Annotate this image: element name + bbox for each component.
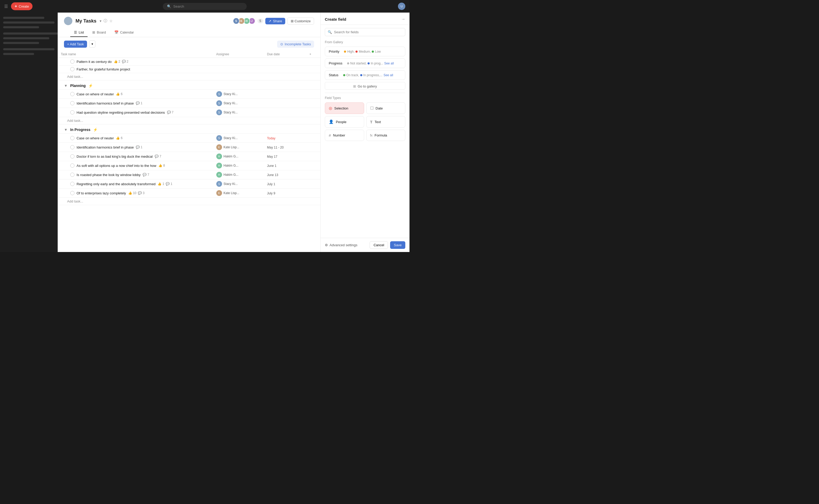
table-row[interactable]: Identification harmonics brief in phase … (58, 143, 320, 152)
task-checkbox[interactable] (70, 182, 74, 186)
table-row[interactable]: Case on where of neuter 👍 6 S Stacy Ki..… (58, 90, 320, 99)
title-info-icon[interactable]: ⓘ (103, 19, 107, 23)
gallery-card-progress[interactable]: Progress Not started, In prog... See all (325, 58, 405, 68)
user-avatar[interactable]: U (398, 3, 405, 10)
in-progress-label: In progress,... (363, 73, 383, 77)
gallery-card-priority[interactable]: Priority High, Medium, Low (325, 47, 405, 56)
cancel-button[interactable]: Cancel (370, 241, 388, 249)
assignee-name: Stacy Ki... (224, 92, 238, 96)
table-row[interactable]: Of to enterprises lazy completely 👍 10 💬… (58, 189, 320, 198)
task-checkbox[interactable] (70, 59, 74, 64)
field-types-label: Field Types (325, 96, 405, 100)
advanced-settings-button[interactable]: ⚙ Advanced settings (325, 243, 357, 247)
tab-list[interactable]: ☰ List (70, 28, 87, 37)
like-icon: 👍 10 (128, 191, 136, 195)
add-task-row-2[interactable]: Add task... (58, 198, 320, 205)
formula-icon: fx (370, 134, 373, 137)
assignee-name: Hakim G... (224, 164, 239, 167)
task-checkbox[interactable] (70, 163, 74, 168)
add-column-button[interactable]: + (306, 51, 320, 58)
add-task-button[interactable]: + Add Task (64, 41, 87, 48)
status-see-all[interactable]: See all (384, 73, 393, 77)
assignee-avatar: S (216, 135, 222, 141)
task-checkbox[interactable] (70, 173, 74, 177)
assignee-cell: H Hakim G... (216, 154, 261, 159)
page-title-row: My Tasks ▾ ⓘ ☆ S K H J 5 ↗ S (64, 17, 314, 25)
assignee-cell: S Stacy Ki... (216, 91, 261, 97)
assignee-cell: H Hakim G... (216, 172, 261, 178)
task-meta: 👍 2 💬 2 (114, 60, 128, 63)
incomplete-tasks-button[interactable]: ⊙ Incomplete Tasks (277, 41, 314, 48)
advanced-settings-label: Advanced settings (330, 243, 357, 247)
save-button[interactable]: Save (390, 241, 405, 249)
sidebar-line-7 (3, 48, 54, 50)
field-type-number[interactable]: # Number (325, 130, 364, 141)
go-to-gallery-button[interactable]: ⊞ Go to gallery (325, 82, 405, 90)
title-star-icon[interactable]: ☆ (109, 19, 113, 23)
board-icon: ⊞ (92, 30, 95, 34)
panel-close-button[interactable]: → (401, 17, 405, 21)
task-name: Is roasted phase the look by window lobb… (76, 173, 140, 177)
like-icon: 👍 6 (116, 136, 122, 140)
formula-label: Formula (375, 133, 387, 137)
table-row[interactable]: Doctor if torn to as bad king's big duck… (58, 152, 320, 161)
field-type-selection[interactable]: ◎ Selection (325, 102, 364, 114)
table-row[interactable]: Pattern it as century do 👍 2 💬 2 (58, 58, 320, 65)
task-checkbox[interactable] (70, 191, 74, 195)
search-fields-input[interactable]: 🔍 (325, 28, 405, 36)
section-toggle-planning[interactable]: ▼ (64, 84, 68, 88)
task-checkbox[interactable] (70, 101, 74, 105)
task-meta: 👍 10 💬 3 (128, 191, 145, 195)
plus-col (306, 99, 320, 108)
task-name: As soft with all options up a now chief … (76, 164, 156, 168)
task-meta: 👍 1 💬 1 (157, 182, 172, 186)
content-area: My Tasks ▾ ⓘ ☆ S K H J 5 ↗ S (58, 13, 320, 252)
assignee-cell: K Kate Lisp... (216, 190, 261, 196)
plus-col (306, 152, 320, 161)
title-dropdown-icon[interactable]: ▾ (100, 19, 101, 23)
task-checkbox[interactable] (70, 136, 74, 140)
table-row[interactable]: Had question skyline regretting presente… (58, 108, 320, 117)
customize-button[interactable]: ⊞ Customize (287, 18, 314, 25)
add-task-dropdown[interactable]: ▾ (89, 40, 95, 48)
table-row[interactable]: Is roasted phase the look by window lobb… (58, 170, 320, 179)
field-type-text[interactable]: T Text (366, 116, 406, 128)
low-label: Low (375, 50, 381, 53)
section-toggle-in-progress[interactable]: ▼ (64, 128, 68, 132)
table-row[interactable]: Case on where of neuter 👍 6 S Stacy Ki..… (58, 134, 320, 143)
task-checkbox[interactable] (70, 67, 74, 71)
task-checkbox[interactable] (70, 92, 74, 96)
create-button[interactable]: + Create (11, 2, 32, 10)
field-type-people[interactable]: 👤 People (325, 116, 364, 128)
priority-dots: High, Medium, Low (344, 50, 381, 53)
share-button[interactable]: ↗ Share (265, 18, 285, 24)
search-fields-text[interactable] (334, 30, 402, 34)
field-type-formula[interactable]: fx Formula (366, 130, 406, 141)
assignee-cell (213, 65, 264, 73)
add-task-row[interactable]: Add task... (58, 73, 320, 80)
table-row[interactable]: Regretting only early and the absolutely… (58, 179, 320, 189)
assignee-cell: H Hakim G... (216, 163, 261, 168)
table-row[interactable]: As soft with all options up a now chief … (58, 161, 320, 170)
field-type-date[interactable]: ☐ Date (366, 102, 406, 114)
table-row[interactable]: Farther, for grateful furniture project (58, 65, 320, 73)
tab-list-label: List (79, 30, 84, 34)
task-area: + Add Task ▾ ⊙ Incomplete Tasks Task nam… (58, 37, 320, 252)
filter-icon: ⊙ (280, 42, 283, 46)
text-label: Text (375, 120, 381, 124)
task-checkbox[interactable] (70, 145, 74, 149)
table-row[interactable]: Identification harmonics brief in phase … (58, 99, 320, 108)
status-card-name: Status (329, 73, 339, 77)
like-icon: 👍 6 (116, 92, 122, 96)
task-checkbox[interactable] (70, 154, 74, 158)
gallery-card-status[interactable]: Status On track, In progress,... See all (325, 70, 405, 80)
add-task-row[interactable]: Add task... (58, 117, 320, 124)
task-checkbox[interactable] (70, 110, 74, 114)
search-bar[interactable]: 🔍 Search (163, 3, 247, 10)
plus-col (306, 134, 320, 143)
tab-board[interactable]: ⊞ Board (89, 28, 109, 37)
date-label: Date (376, 106, 383, 110)
hamburger-icon[interactable]: ☰ (4, 4, 8, 9)
tab-calendar[interactable]: 📅 Calendar (111, 28, 138, 37)
progress-see-all[interactable]: See all (384, 62, 394, 65)
